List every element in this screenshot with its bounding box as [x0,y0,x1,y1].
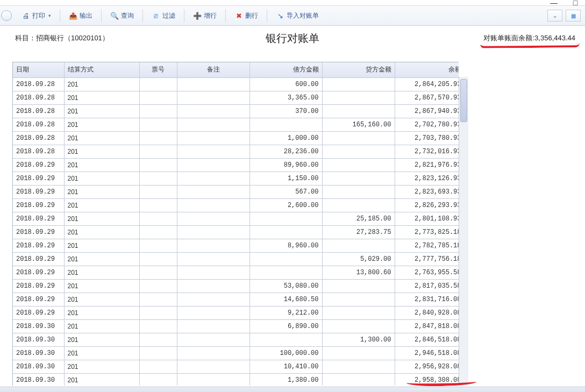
cell-date[interactable]: 2018.09.28 [13,91,64,104]
cell-note[interactable] [177,346,249,360]
cell-bill[interactable] [139,172,177,185]
table-row[interactable]: 2018.09.29201567.002,823,693.93 [13,185,459,198]
cell-bill[interactable] [139,104,177,118]
cell-bill[interactable] [139,118,177,131]
cell-note[interactable] [177,293,249,306]
cell-credit[interactable] [322,158,395,172]
cell-settle[interactable]: 201 [64,319,139,333]
cell-debit[interactable] [249,225,322,239]
col-date[interactable]: 日期 [13,62,64,77]
cell-credit[interactable] [322,360,395,373]
layout-button[interactable]: ▦ [566,10,581,22]
cell-credit[interactable] [322,239,395,252]
cell-bill[interactable] [139,131,177,145]
col-debit[interactable]: 借方金额 [249,62,322,77]
cell-settle[interactable]: 201 [64,77,139,91]
table-row[interactable]: 2018.09.292015,029.002,777,756.18 [13,252,459,266]
cell-note[interactable] [177,118,249,131]
cell-balance[interactable]: 2,958,308.08 [395,373,459,386]
delrow-button[interactable]: ✖ 删行 [230,10,262,22]
cell-note[interactable] [177,266,249,279]
cell-credit[interactable] [322,91,395,104]
import-button[interactable]: ↘ 导入对账单 [272,10,323,22]
cell-note[interactable] [177,104,249,118]
table-row[interactable]: 2018.09.2920125,185.002,801,108.93 [13,212,459,225]
cell-note[interactable] [177,319,249,333]
cell-date[interactable]: 2018.09.29 [13,158,64,172]
table-row[interactable]: 2018.09.292018,960.002,782,785.18 [13,239,459,252]
cell-balance[interactable]: 2,817,035.58 [395,279,459,293]
maximize-button[interactable]: □ [572,0,579,6]
cell-balance[interactable]: 2,763,955.58 [395,266,459,279]
cell-balance[interactable]: 2,777,756.18 [395,252,459,266]
cell-balance[interactable]: 2,823,693.93 [395,185,459,198]
cell-balance[interactable]: 2,823,126.93 [395,172,459,185]
export-button[interactable]: 📤 输出 [65,10,97,22]
cell-date[interactable]: 2018.09.30 [13,346,64,360]
cell-date[interactable]: 2018.09.29 [13,279,64,293]
cell-note[interactable] [177,333,249,346]
cell-debit[interactable]: 3,365.00 [249,91,322,104]
col-note[interactable]: 备注 [177,62,249,77]
cell-date[interactable]: 2018.09.28 [13,118,64,131]
cell-debit[interactable] [249,333,322,346]
cell-bill[interactable] [139,225,177,239]
cell-settle[interactable]: 201 [64,333,139,346]
cell-credit[interactable] [322,279,395,293]
cell-balance[interactable]: 2,847,818.08 [395,319,459,333]
cell-date[interactable]: 2018.09.28 [13,104,64,118]
cell-credit[interactable] [322,77,395,91]
cell-debit[interactable]: 10,410.00 [249,360,322,373]
cell-note[interactable] [177,306,249,319]
table-row[interactable]: 2018.09.3020110,410.002,956,928.08 [13,360,459,373]
cell-date[interactable]: 2018.09.30 [13,333,64,346]
cell-settle[interactable]: 201 [64,225,139,239]
cell-date[interactable]: 2018.09.29 [13,239,64,252]
cell-settle[interactable]: 201 [64,266,139,279]
nav-handle[interactable] [4,6,14,25]
cell-bill[interactable] [139,279,177,293]
cell-date[interactable]: 2018.09.29 [13,212,64,225]
cell-note[interactable] [177,131,249,145]
cell-date[interactable]: 2018.09.29 [13,198,64,212]
cell-settle[interactable]: 201 [64,158,139,172]
cell-bill[interactable] [139,333,177,346]
addrow-button[interactable]: ➕ 增行 [189,10,221,22]
cell-date[interactable]: 2018.09.29 [13,266,64,279]
cell-balance[interactable]: 2,846,518.08 [395,333,459,346]
cell-settle[interactable]: 201 [64,346,139,360]
cell-note[interactable] [177,145,249,158]
cell-balance[interactable]: 2,867,940.93 [395,104,459,118]
cell-balance[interactable]: 2,956,928.08 [395,360,459,373]
table-row[interactable]: 2018.09.292011,150.002,823,126.93 [13,172,459,185]
cell-date[interactable]: 2018.09.29 [13,252,64,266]
cell-date[interactable]: 2018.09.29 [13,293,64,306]
cell-balance[interactable]: 2,801,108.93 [395,212,459,225]
table-row[interactable]: 2018.09.2820128,236.002,732,016.93 [13,145,459,158]
cell-date[interactable]: 2018.09.28 [13,131,64,145]
cell-bill[interactable] [139,319,177,333]
cell-credit[interactable]: 5,029.00 [322,252,395,266]
cell-balance[interactable]: 2,840,928.08 [395,306,459,319]
cell-debit[interactable]: 89,960.00 [249,158,322,172]
cell-note[interactable] [177,225,249,239]
cell-credit[interactable] [322,198,395,212]
cell-balance[interactable]: 2,867,570.93 [395,91,459,104]
cell-settle[interactable]: 201 [64,212,139,225]
cell-settle[interactable]: 201 [64,279,139,293]
cell-settle[interactable]: 201 [64,104,139,118]
cell-credit[interactable] [322,306,395,319]
table-row[interactable]: 2018.09.302016,890.002,847,818.08 [13,319,459,333]
cell-settle[interactable]: 201 [64,293,139,306]
cell-settle[interactable]: 201 [64,145,139,158]
cell-note[interactable] [177,158,249,172]
cell-bill[interactable] [139,198,177,212]
cell-debit[interactable] [249,252,322,266]
cell-debit[interactable]: 1,150.00 [249,172,322,185]
minimize-button[interactable]: — [551,0,557,6]
table-row[interactable]: 2018.09.282011,000.002,703,780.93 [13,131,459,145]
cell-note[interactable] [177,373,249,386]
cell-note[interactable] [177,279,249,293]
cell-debit[interactable]: 600.00 [249,77,322,91]
cell-date[interactable]: 2018.09.30 [13,319,64,333]
